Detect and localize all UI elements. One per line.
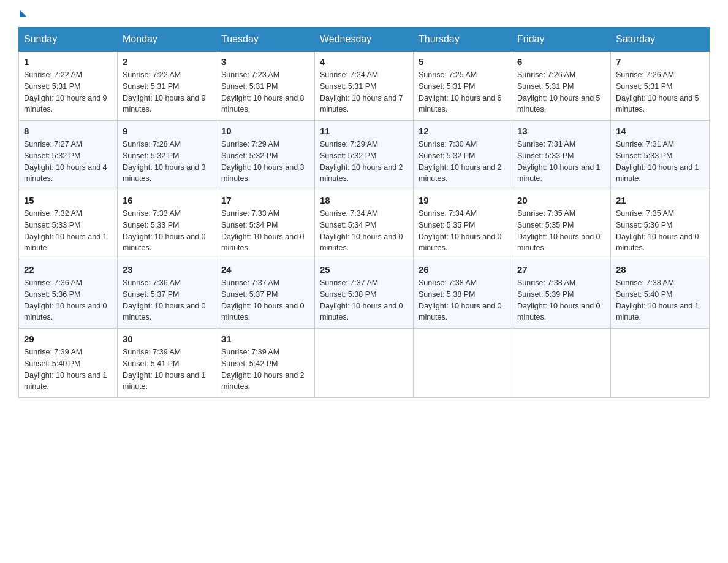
calendar-cell: 27 Sunrise: 7:38 AMSunset: 5:39 PMDaylig… [512, 259, 611, 329]
calendar-cell: 3 Sunrise: 7:23 AMSunset: 5:31 PMDayligh… [216, 52, 315, 121]
calendar-cell: 20 Sunrise: 7:35 AMSunset: 5:35 PMDaylig… [512, 190, 611, 259]
calendar-cell: 6 Sunrise: 7:26 AMSunset: 5:31 PMDayligh… [512, 52, 611, 121]
calendar-cell: 8 Sunrise: 7:27 AMSunset: 5:32 PMDayligh… [19, 121, 118, 190]
week-row-4: 22 Sunrise: 7:36 AMSunset: 5:36 PMDaylig… [19, 259, 710, 329]
header-day-wednesday: Wednesday [315, 28, 414, 52]
day-number: 3 [221, 56, 309, 67]
calendar-cell: 15 Sunrise: 7:32 AMSunset: 5:33 PMDaylig… [19, 190, 118, 259]
day-number: 24 [221, 264, 309, 275]
day-info: Sunrise: 7:22 AMSunset: 5:31 PMDaylight:… [24, 71, 107, 113]
day-info: Sunrise: 7:26 AMSunset: 5:31 PMDaylight:… [616, 71, 699, 113]
calendar-cell: 31 Sunrise: 7:39 AMSunset: 5:42 PMDaylig… [216, 329, 315, 398]
week-row-3: 15 Sunrise: 7:32 AMSunset: 5:33 PMDaylig… [19, 190, 710, 259]
day-number: 7 [616, 56, 704, 67]
calendar-cell: 7 Sunrise: 7:26 AMSunset: 5:31 PMDayligh… [611, 52, 710, 121]
day-info: Sunrise: 7:39 AMSunset: 5:42 PMDaylight:… [221, 348, 305, 391]
calendar-cell: 19 Sunrise: 7:34 AMSunset: 5:35 PMDaylig… [414, 190, 512, 259]
day-number: 2 [123, 56, 211, 67]
day-info: Sunrise: 7:27 AMSunset: 5:32 PMDaylight:… [24, 140, 107, 183]
day-number: 15 [24, 195, 112, 205]
calendar-cell: 2 Sunrise: 7:22 AMSunset: 5:31 PMDayligh… [118, 52, 216, 121]
logo-triangle-icon [20, 10, 27, 17]
day-number: 8 [24, 126, 112, 136]
day-number: 11 [320, 126, 408, 136]
day-info: Sunrise: 7:26 AMSunset: 5:31 PMDaylight:… [517, 71, 601, 113]
day-info: Sunrise: 7:38 AMSunset: 5:40 PMDaylight:… [616, 278, 699, 321]
calendar-cell: 10 Sunrise: 7:29 AMSunset: 5:32 PMDaylig… [216, 121, 315, 190]
day-number: 30 [123, 334, 211, 344]
calendar-cell: 24 Sunrise: 7:37 AMSunset: 5:37 PMDaylig… [216, 259, 315, 329]
day-number: 20 [517, 195, 605, 205]
week-row-1: 1 Sunrise: 7:22 AMSunset: 5:31 PMDayligh… [19, 52, 710, 121]
header-day-tuesday: Tuesday [216, 28, 315, 52]
day-number: 22 [24, 264, 112, 275]
day-number: 23 [123, 264, 211, 275]
logo [18, 12, 27, 13]
day-number: 29 [24, 334, 112, 344]
calendar-cell [414, 329, 512, 398]
calendar-cell: 30 Sunrise: 7:39 AMSunset: 5:41 PMDaylig… [118, 329, 216, 398]
calendar-cell: 12 Sunrise: 7:30 AMSunset: 5:32 PMDaylig… [414, 121, 512, 190]
calendar-cell: 21 Sunrise: 7:35 AMSunset: 5:36 PMDaylig… [611, 190, 710, 259]
day-info: Sunrise: 7:25 AMSunset: 5:31 PMDaylight:… [419, 71, 502, 113]
day-info: Sunrise: 7:37 AMSunset: 5:38 PMDaylight:… [320, 278, 403, 321]
day-number: 12 [419, 126, 507, 136]
header-day-thursday: Thursday [414, 28, 512, 52]
calendar-cell: 22 Sunrise: 7:36 AMSunset: 5:36 PMDaylig… [19, 259, 118, 329]
calendar-cell: 25 Sunrise: 7:37 AMSunset: 5:38 PMDaylig… [315, 259, 414, 329]
day-info: Sunrise: 7:33 AMSunset: 5:34 PMDaylight:… [221, 209, 305, 252]
day-info: Sunrise: 7:31 AMSunset: 5:33 PMDaylight:… [517, 140, 601, 183]
day-number: 25 [320, 264, 408, 275]
day-number: 16 [123, 195, 211, 205]
day-number: 5 [419, 56, 507, 67]
day-info: Sunrise: 7:29 AMSunset: 5:32 PMDaylight:… [221, 140, 305, 183]
calendar-cell: 17 Sunrise: 7:33 AMSunset: 5:34 PMDaylig… [216, 190, 315, 259]
calendar-cell [315, 329, 414, 398]
day-number: 19 [419, 195, 507, 205]
day-info: Sunrise: 7:22 AMSunset: 5:31 PMDaylight:… [123, 71, 206, 113]
day-number: 26 [419, 264, 507, 275]
header-day-friday: Friday [512, 28, 611, 52]
calendar-cell: 16 Sunrise: 7:33 AMSunset: 5:33 PMDaylig… [118, 190, 216, 259]
day-number: 18 [320, 195, 408, 205]
day-info: Sunrise: 7:34 AMSunset: 5:34 PMDaylight:… [320, 209, 403, 252]
calendar-cell: 28 Sunrise: 7:38 AMSunset: 5:40 PMDaylig… [611, 259, 710, 329]
day-info: Sunrise: 7:29 AMSunset: 5:32 PMDaylight:… [320, 140, 403, 183]
header-day-saturday: Saturday [611, 28, 710, 52]
day-info: Sunrise: 7:23 AMSunset: 5:31 PMDaylight:… [221, 71, 305, 113]
day-number: 4 [320, 56, 408, 67]
calendar-cell: 26 Sunrise: 7:38 AMSunset: 5:38 PMDaylig… [414, 259, 512, 329]
calendar-cell: 29 Sunrise: 7:39 AMSunset: 5:40 PMDaylig… [19, 329, 118, 398]
header-day-sunday: Sunday [19, 28, 118, 52]
calendar-cell: 18 Sunrise: 7:34 AMSunset: 5:34 PMDaylig… [315, 190, 414, 259]
day-number: 6 [517, 56, 605, 67]
day-number: 10 [221, 126, 309, 136]
calendar-cell: 4 Sunrise: 7:24 AMSunset: 5:31 PMDayligh… [315, 52, 414, 121]
day-info: Sunrise: 7:34 AMSunset: 5:35 PMDaylight:… [419, 209, 502, 252]
week-row-2: 8 Sunrise: 7:27 AMSunset: 5:32 PMDayligh… [19, 121, 710, 190]
page-header [18, 12, 710, 15]
day-number: 14 [616, 126, 704, 136]
day-info: Sunrise: 7:31 AMSunset: 5:33 PMDaylight:… [616, 140, 699, 183]
day-info: Sunrise: 7:33 AMSunset: 5:33 PMDaylight:… [123, 209, 206, 252]
calendar-cell: 23 Sunrise: 7:36 AMSunset: 5:37 PMDaylig… [118, 259, 216, 329]
calendar-cell [512, 329, 611, 398]
day-info: Sunrise: 7:30 AMSunset: 5:32 PMDaylight:… [419, 140, 502, 183]
day-info: Sunrise: 7:36 AMSunset: 5:36 PMDaylight:… [24, 278, 107, 321]
calendar-cell: 13 Sunrise: 7:31 AMSunset: 5:33 PMDaylig… [512, 121, 611, 190]
day-info: Sunrise: 7:24 AMSunset: 5:31 PMDaylight:… [320, 71, 403, 113]
week-row-5: 29 Sunrise: 7:39 AMSunset: 5:40 PMDaylig… [19, 329, 710, 398]
day-number: 13 [517, 126, 605, 136]
day-info: Sunrise: 7:28 AMSunset: 5:32 PMDaylight:… [123, 140, 206, 183]
calendar-table: SundayMondayTuesdayWednesdayThursdayFrid… [18, 27, 710, 398]
day-number: 28 [616, 264, 704, 275]
day-number: 21 [616, 195, 704, 205]
calendar-cell: 11 Sunrise: 7:29 AMSunset: 5:32 PMDaylig… [315, 121, 414, 190]
calendar-cell: 14 Sunrise: 7:31 AMSunset: 5:33 PMDaylig… [611, 121, 710, 190]
day-number: 31 [221, 334, 309, 344]
day-info: Sunrise: 7:35 AMSunset: 5:35 PMDaylight:… [517, 209, 601, 252]
day-info: Sunrise: 7:39 AMSunset: 5:40 PMDaylight:… [24, 348, 107, 391]
day-info: Sunrise: 7:36 AMSunset: 5:37 PMDaylight:… [123, 278, 206, 321]
calendar-cell: 9 Sunrise: 7:28 AMSunset: 5:32 PMDayligh… [118, 121, 216, 190]
day-info: Sunrise: 7:32 AMSunset: 5:33 PMDaylight:… [24, 209, 107, 252]
